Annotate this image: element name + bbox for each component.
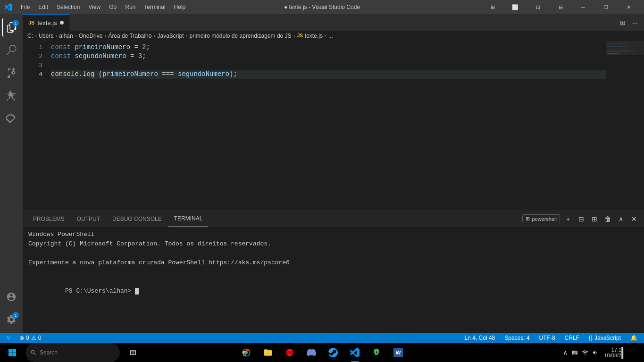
clock[interactable]: 17:1▌ 10/08/2▌: [602, 347, 627, 358]
terminal-line-3: [28, 249, 638, 258]
breadcrumb-users[interactable]: Users: [39, 33, 53, 39]
maximize-button[interactable]: ☐: [595, 0, 617, 14]
breadcrumb-file[interactable]: texte.js: [305, 33, 323, 39]
shell-selector[interactable]: ⊞ powershell: [522, 214, 560, 223]
menu-selection[interactable]: Selection: [53, 3, 84, 11]
status-spaces[interactable]: Spaces: 4: [502, 333, 531, 343]
tab-output[interactable]: OUTPUT: [71, 210, 106, 227]
line-num-3: 3: [23, 61, 42, 70]
line-ending-text: CRLF: [565, 335, 579, 341]
taskbar-app-explorer[interactable]: [258, 343, 278, 362]
terminal-content[interactable]: Windows PowerShell Copyright (C) Microso…: [23, 227, 644, 333]
minimize-button[interactable]: ─: [572, 0, 594, 14]
menu-file[interactable]: File: [17, 3, 33, 11]
menu-bar: File Edit Selection View Go Run Terminal…: [17, 3, 189, 11]
menu-view[interactable]: View: [84, 3, 104, 11]
taskbar-app-steam[interactable]: [323, 343, 343, 362]
menu-run[interactable]: Run: [121, 3, 139, 11]
tab-terminal[interactable]: TERMINAL: [168, 210, 209, 227]
taskbar-app-opera[interactable]: [279, 343, 300, 362]
editor-area: JS texte.js ⊞ ··· C: › Users › alhan › O…: [23, 14, 644, 333]
tab-modified-dot: [60, 21, 64, 25]
activity-explorer-icon[interactable]: 1: [2, 18, 21, 37]
activity-extensions-icon[interactable]: [2, 109, 21, 127]
taskbar-search[interactable]: Search: [25, 343, 120, 362]
breadcrumb-ellipsis[interactable]: ...: [328, 33, 333, 39]
token-log: log: [83, 70, 94, 79]
breadcrumb-alhan[interactable]: alhan: [59, 33, 73, 39]
status-position[interactable]: Ln 4, Col 48: [463, 333, 497, 343]
language-text: JavaScript: [594, 335, 621, 341]
taskbar-app-word[interactable]: W: [388, 343, 409, 362]
breadcrumb-js-icon: JS: [297, 33, 303, 38]
title-bar-left: File Edit Selection View Go Run Terminal…: [5, 3, 189, 11]
status-notifications-icon[interactable]: 🔔: [628, 333, 639, 343]
activity-bar: 1: [0, 14, 23, 333]
layout-toggle3-icon[interactable]: ⊡: [527, 0, 549, 14]
menu-edit[interactable]: Edit: [34, 3, 52, 11]
svg-text:W: W: [395, 349, 401, 355]
shell-name: powershell: [532, 216, 557, 222]
encoding-text: UTF-8: [539, 335, 555, 341]
taskbar-center: W: [236, 343, 409, 362]
status-bar-right: Ln 4, Col 48 Spaces: 4 UTF-8 CRLF {} Jav…: [463, 333, 639, 343]
token-semi-1: ;: [146, 43, 150, 52]
delete-terminal-icon[interactable]: 🗑: [602, 214, 613, 224]
git-branch-icon: ⑂: [7, 335, 10, 341]
code-content[interactable]: const primeiroNumero = 2; const segundoN…: [46, 41, 606, 210]
status-language[interactable]: {} JavaScript: [587, 333, 623, 343]
panel-tabs-right: ⊞ powershell + ⊟ ⊞ 🗑 ∧ ✕: [522, 214, 639, 224]
tab-texte-js[interactable]: JS texte.js: [23, 14, 70, 31]
start-button[interactable]: [2, 343, 23, 362]
status-encoding[interactable]: UTF-8: [537, 333, 557, 343]
token-const-2: const: [51, 52, 75, 61]
activity-source-control-icon[interactable]: [2, 63, 21, 82]
language-icon: {}: [589, 335, 593, 341]
breadcrumb-workspace[interactable]: Área de Trabalho: [108, 33, 151, 39]
terminal-line-2: Copyright (C) Microsoft Corporation. Tod…: [28, 239, 638, 249]
tab-debug-console[interactable]: DEBUG CONSOLE: [107, 210, 167, 227]
tab-bar: JS texte.js ⊞ ···: [23, 14, 644, 31]
layout-toggle2-icon[interactable]: ⬜: [504, 0, 526, 14]
breadcrumb: C: › Users › alhan › OneDrive › Área de …: [23, 31, 644, 41]
token-segundo-ref: segundoNumero: [178, 70, 229, 79]
breadcrumb-onedrive[interactable]: OneDrive: [79, 33, 103, 39]
split-terminal-icon[interactable]: ⊟: [576, 214, 586, 224]
taskbar-app-game[interactable]: [366, 343, 387, 362]
bell-icon: 🔔: [630, 335, 637, 341]
activity-settings-icon[interactable]: 1: [2, 310, 21, 329]
menu-go[interactable]: Go: [105, 3, 120, 11]
terminal-prompt-line: PS C:\Users\alhan>: [28, 277, 638, 305]
menu-help[interactable]: Help: [170, 3, 190, 11]
close-panel-icon[interactable]: ✕: [629, 214, 639, 224]
layout-toggle-icon[interactable]: ⊞: [482, 0, 503, 14]
layout-toggle4-icon[interactable]: ⊟: [550, 0, 571, 14]
show-desktop-button[interactable]: [631, 343, 640, 362]
breadcrumb-module[interactable]: primeiro módulo de aprendizagem do JS: [190, 33, 292, 39]
activity-run-debug-icon[interactable]: [2, 86, 21, 105]
token-semi-2: ;: [142, 52, 146, 61]
taskbar-app-discord[interactable]: [301, 343, 322, 362]
taskbar-search-placeholder: Search: [40, 349, 58, 356]
task-view-button[interactable]: [123, 343, 143, 362]
activity-search-icon[interactable]: [2, 41, 21, 59]
menu-terminal[interactable]: Terminal: [140, 3, 169, 11]
settings-badge: 1: [12, 312, 19, 319]
maximize-panel-icon[interactable]: ∧: [616, 214, 626, 224]
breadcrumb-javascript[interactable]: JavaScript: [157, 33, 184, 39]
token-open-paren: (: [94, 70, 102, 79]
close-button[interactable]: ✕: [618, 0, 639, 14]
split-editor-icon[interactable]: ⊞: [618, 17, 628, 28]
more-actions-icon[interactable]: ···: [630, 17, 640, 28]
terminal-layout-icon[interactable]: ⊞: [589, 214, 600, 224]
breadcrumb-path[interactable]: C:: [27, 33, 33, 39]
tab-problems[interactable]: PROBLEMS: [27, 210, 70, 227]
activity-account-icon[interactable]: [2, 287, 21, 306]
show-hidden-icons[interactable]: ∧: [563, 349, 568, 356]
status-line-ending[interactable]: CRLF: [563, 333, 581, 343]
taskbar-app-vscode[interactable]: [344, 343, 365, 362]
add-terminal-icon[interactable]: +: [563, 214, 573, 224]
code-editor[interactable]: 1 2 3 4 const primeiroNumero = 2; const …: [23, 41, 644, 210]
token-var-segundo: segundoNumero: [75, 52, 126, 61]
taskbar-app-chrome[interactable]: [236, 343, 257, 362]
